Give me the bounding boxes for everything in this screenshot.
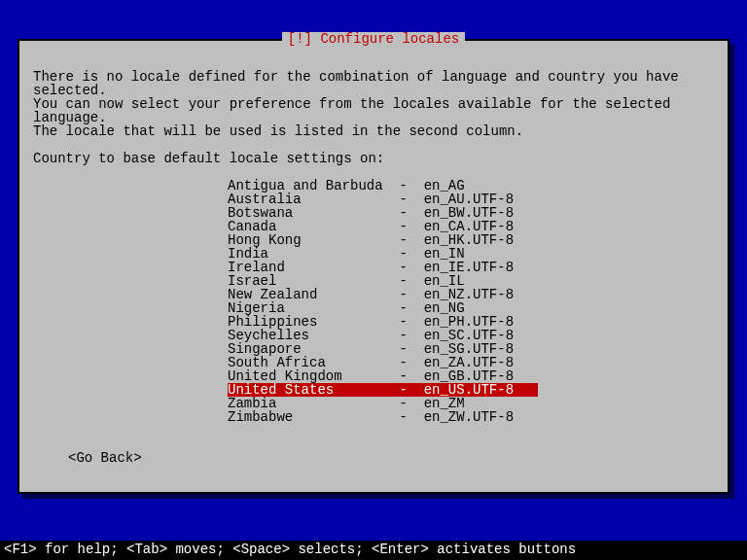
locale-option[interactable]: Antigua and Barbuda - en_AG <box>228 179 714 192</box>
dialog-title: [!] Configure locales <box>282 32 465 46</box>
locale-option[interactable]: Botswana - en_BW.UTF-8 <box>228 206 714 220</box>
locale-option[interactable]: United States - en_US.UTF-8 <box>228 383 538 397</box>
locale-option[interactable]: Zimbabwe - en_ZW.UTF-8 <box>228 410 714 424</box>
locale-list[interactable]: Antigua and Barbuda - en_AGAustralia - e… <box>228 179 714 424</box>
locale-option[interactable]: South Africa - en_ZA.UTF-8 <box>228 356 714 369</box>
dialog-title-row: [!] Configure locales <box>19 32 728 46</box>
locale-option[interactable]: Ireland - en_IE.UTF-8 <box>228 261 714 274</box>
prompt-label: Country to base default locale settings … <box>33 152 714 165</box>
locale-option[interactable]: Seychelles - en_SC.UTF-8 <box>228 329 714 342</box>
locale-option[interactable]: United Kingdom - en_GB.UTF-8 <box>228 369 714 383</box>
locale-option[interactable]: Canada - en_CA.UTF-8 <box>228 220 714 233</box>
locale-option[interactable]: Nigeria - en_NG <box>228 301 714 315</box>
locale-option[interactable]: Hong Kong - en_HK.UTF-8 <box>228 233 714 247</box>
info-paragraph: There is no locale defined for the combi… <box>33 70 714 138</box>
locale-option[interactable]: New Zealand - en_NZ.UTF-8 <box>228 288 714 301</box>
go-back-button[interactable]: <Go Back> <box>68 451 714 465</box>
locale-option[interactable]: Australia - en_AU.UTF-8 <box>228 192 714 206</box>
locale-option[interactable]: India - en_IN <box>228 247 714 261</box>
dialog-content: There is no locale defined for the combi… <box>19 41 728 474</box>
help-footer: <F1> for help; <Tab> moves; <Space> sele… <box>0 541 747 560</box>
configure-locales-dialog: [!] Configure locales There is no locale… <box>18 39 729 494</box>
locale-option[interactable]: Singapore - en_SG.UTF-8 <box>228 342 714 356</box>
locale-option[interactable]: Philippines - en_PH.UTF-8 <box>228 315 714 329</box>
locale-option[interactable]: Zambia - en_ZM <box>228 397 714 410</box>
locale-option[interactable]: Israel - en_IL <box>228 274 714 288</box>
